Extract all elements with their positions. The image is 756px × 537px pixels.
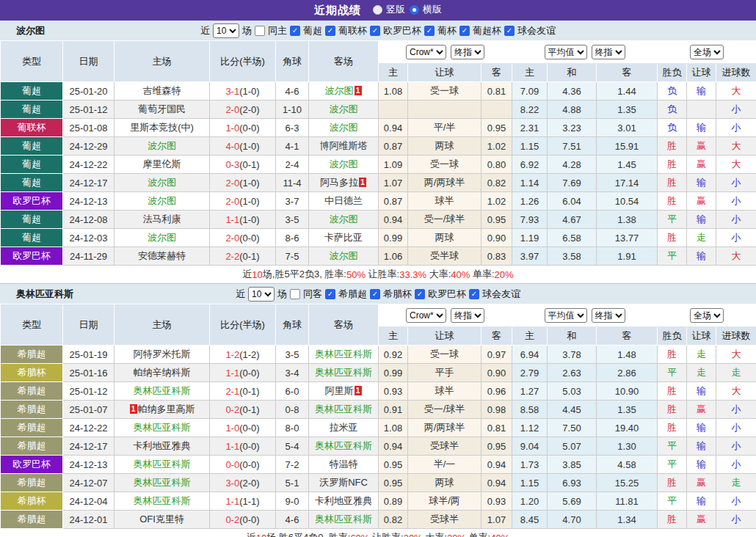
league-checkbox[interactable]: ✓: [415, 289, 425, 299]
odds-time-select[interactable]: 终指: [451, 45, 484, 59]
result-label: 胜: [667, 477, 677, 488]
title-bar: 近期战绩 竖版横版: [0, 0, 756, 21]
avg-home: 8.45: [512, 511, 548, 529]
fulltime-select[interactable]: 全场: [690, 45, 724, 59]
match-date: 25-01-12: [63, 382, 115, 401]
league-checkbox[interactable]: ✓: [325, 26, 335, 36]
match-date: 24-12-17: [63, 174, 115, 192]
match-score: 2-1(0-1): [210, 382, 276, 401]
average-select[interactable]: 平均值: [545, 308, 587, 323]
result-goals: 小: [716, 211, 756, 229]
fulltime-select[interactable]: 全场: [690, 308, 724, 323]
result-handicap: 走: [687, 346, 716, 364]
match-date: 24-12-29: [63, 137, 115, 156]
result-handicap: 输: [687, 419, 716, 437]
avg-away: 1.48: [597, 346, 658, 364]
home-team-cell: 阿特罗米托斯: [115, 346, 210, 364]
fulltime-score: 0-2: [225, 514, 239, 525]
odds-home: 1.08: [379, 82, 408, 101]
league-checkbox[interactable]: ✓: [469, 289, 479, 299]
league-checkbox[interactable]: ✓: [325, 289, 335, 299]
team-label: 特温特: [330, 459, 358, 470]
team-label: 安德莱赫特: [138, 250, 186, 261]
result-label: 小: [732, 195, 741, 206]
odds-handicap: 平手: [408, 364, 481, 382]
layout-radio-selected[interactable]: 横版: [410, 3, 442, 16]
result-outcome: 胜: [658, 229, 687, 247]
match-row: 欧罗巴杯24-11-29安德莱赫特2-2(0-1)7-5波尔图1.06受半球0.…: [1, 247, 756, 266]
odds-home: 1.06: [379, 247, 408, 266]
fulltime-score: 1-1: [225, 368, 239, 379]
result-handicap: 输: [687, 211, 716, 229]
result-label: 小: [732, 177, 741, 188]
odds-away: 0.90: [481, 229, 512, 247]
odds-provider-select[interactable]: Crow*: [406, 308, 446, 323]
col-corner-header: 角球: [276, 304, 309, 346]
result-label: 胜: [667, 514, 677, 525]
league-checkbox[interactable]: ✓: [370, 289, 380, 299]
odds-home: 0.91: [379, 401, 408, 419]
fulltime-score: 1-1: [225, 214, 239, 225]
league-badge: 葡超: [1, 137, 63, 156]
result-label: 输: [697, 440, 706, 451]
league-checkbox[interactable]: ✓: [424, 26, 435, 36]
odds-home: 0.95: [379, 474, 408, 492]
odds-away: [481, 101, 512, 119]
average-time-select[interactable]: 终指: [592, 308, 625, 323]
stats-summary: 近10场,胜6平4负0, 胜率:60% 让胜率:30% 大率:20% 单率:40…: [0, 529, 756, 537]
fulltime-score: 0-2: [225, 404, 239, 415]
match-date: 25-01-07: [63, 401, 115, 419]
halftime-score: (1-1): [239, 496, 259, 507]
games-count-select[interactable]: 10: [248, 287, 275, 302]
match-score: 0-2(0-0): [210, 511, 276, 529]
avg-home: 1.26: [512, 192, 548, 211]
fulltime-score: 2-0: [225, 233, 239, 244]
league-badge: 葡超: [1, 101, 63, 119]
fulltime-score: 3-1: [225, 86, 239, 97]
layout-radio-option[interactable]: 竖版: [373, 3, 405, 16]
subheader-col: 客: [597, 64, 658, 82]
odds-handicap: 平/半: [408, 119, 481, 137]
games-suffix-label: 场: [242, 24, 252, 37]
avg-home: 1.15: [512, 474, 548, 492]
league-checkbox[interactable]: ✓: [504, 26, 515, 36]
odds-away: 0.95: [481, 437, 512, 456]
result-outcome: 胜: [658, 382, 687, 401]
result-handicap: 赢: [687, 137, 716, 156]
subheader-col: 主: [379, 327, 408, 346]
league-badge: 希腊超: [1, 346, 63, 364]
filter-controls: 近10场同主✓葡超✓葡联杯✓欧罗巴杯✓葡杯✓葡超杯✓球会友谊: [200, 23, 556, 38]
corner-score: 4-6: [276, 82, 309, 101]
avg-draw: 3.58: [548, 247, 597, 266]
result-label: 走: [697, 348, 706, 359]
avg-home: 1.19: [512, 229, 548, 247]
league-checkbox[interactable]: ✓: [290, 26, 300, 36]
average-select[interactable]: 平均值: [545, 45, 587, 59]
avg-draw: 5.69: [548, 492, 597, 511]
average-time-select[interactable]: 终指: [592, 45, 625, 59]
odds-provider-select[interactable]: Crow*: [406, 45, 446, 59]
avg-draw: 4.88: [548, 101, 597, 119]
halftime-score: (0-1): [239, 404, 259, 415]
odds-handicap: 球半: [408, 382, 481, 401]
team-label: 卡利地亚雅典: [134, 440, 191, 451]
league-checkbox-label: 希腊杯: [383, 288, 412, 301]
result-goals: 大: [716, 137, 756, 156]
games-count-select[interactable]: 10: [213, 23, 239, 38]
odds-handicap: 两球: [408, 474, 481, 492]
same-venue-checkbox[interactable]: [255, 26, 265, 36]
away-team-cell: 博阿维斯塔: [309, 137, 379, 156]
col-corner-header: 角球: [276, 41, 309, 82]
result-label: 小: [732, 103, 741, 114]
odds-away: 0.93: [481, 492, 512, 511]
home-team-cell: 法马利康: [115, 211, 210, 229]
odds-time-select[interactable]: 终指: [451, 308, 484, 323]
games-suffix-label: 场: [277, 288, 287, 301]
same-venue-checkbox[interactable]: [290, 289, 300, 299]
league-checkbox[interactable]: ✓: [370, 26, 380, 36]
subheader-col: 主: [512, 64, 548, 82]
odds-home: [379, 101, 408, 119]
result-label: 大: [732, 140, 741, 151]
league-checkbox[interactable]: ✓: [459, 26, 470, 36]
near-label: 近: [236, 288, 245, 301]
